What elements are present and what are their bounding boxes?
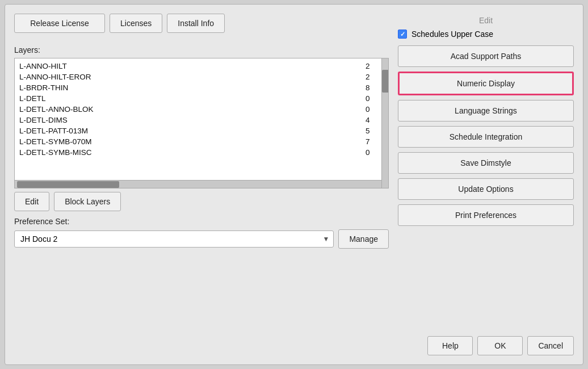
preference-set-row: JH Docu 2 Default Custom ▼ Manage bbox=[14, 229, 389, 249]
layer-name: L-DETL-DIMS bbox=[19, 116, 360, 124]
layer-name: L-DETL-SYMB-070M bbox=[19, 137, 360, 146]
layer-name: L-DETL-PATT-013M bbox=[19, 127, 360, 135]
layer-number: 2 bbox=[360, 62, 377, 70]
right-button-group: Acad Support Paths Numeric Display Langu… bbox=[398, 45, 574, 226]
print-preferences-button[interactable]: Print Preferences bbox=[398, 204, 574, 226]
table-row: L-DETL-ANNO-BLOK0 bbox=[15, 104, 381, 115]
help-button[interactable]: Help bbox=[427, 336, 473, 355]
preference-set-label: Preference Set: bbox=[14, 217, 389, 226]
acad-support-paths-button[interactable]: Acad Support Paths bbox=[398, 45, 574, 67]
layers-list: L-ANNO-HILT2L-ANNO-HILT-EROR2L-BRDR-THIN… bbox=[15, 58, 381, 188]
preference-set-section: Preference Set: JH Docu 2 Default Custom… bbox=[14, 217, 389, 249]
action-row: Help OK Cancel bbox=[14, 336, 574, 355]
layer-name: L-DETL bbox=[19, 94, 360, 103]
table-row: L-DETL-DIMS4 bbox=[15, 115, 381, 125]
vertical-scrollbar[interactable] bbox=[381, 58, 388, 188]
layer-number: 7 bbox=[360, 137, 377, 146]
layers-label: Layers: bbox=[14, 45, 389, 54]
layer-name: L-ANNO-HILT-EROR bbox=[19, 73, 360, 81]
layer-name: L-ANNO-HILT bbox=[19, 62, 360, 70]
language-strings-button[interactable]: Language Strings bbox=[398, 100, 574, 121]
preference-set-select[interactable]: JH Docu 2 Default Custom bbox=[14, 230, 334, 248]
cancel-button[interactable]: Cancel bbox=[527, 336, 574, 355]
block-layers-button[interactable]: Block Layers bbox=[54, 192, 121, 211]
table-row: L-ANNO-HILT-EROR2 bbox=[15, 72, 381, 82]
schedule-integration-button[interactable]: Schedule Integration bbox=[398, 126, 574, 148]
layer-name: L-DETL-SYMB-MISC bbox=[19, 148, 360, 157]
schedules-upper-case-row: Schedules Upper Case bbox=[398, 30, 574, 39]
table-row: L-BRDR-THIN8 bbox=[15, 82, 381, 93]
schedules-upper-case-checkbox[interactable] bbox=[398, 30, 407, 39]
release-license-button[interactable]: Release License bbox=[14, 14, 105, 33]
layer-number: 0 bbox=[360, 94, 377, 103]
update-options-button[interactable]: Update Options bbox=[398, 178, 574, 200]
horizontal-scrollbar[interactable] bbox=[15, 180, 381, 188]
layers-bottom-buttons: Edit Block Layers bbox=[14, 192, 389, 211]
layers-list-container[interactable]: L-ANNO-HILT2L-ANNO-HILT-EROR2L-BRDR-THIN… bbox=[14, 58, 389, 188]
ok-button[interactable]: OK bbox=[477, 336, 523, 355]
layer-number: 5 bbox=[360, 127, 377, 135]
layer-number: 2 bbox=[360, 73, 377, 81]
layer-number: 8 bbox=[360, 83, 377, 92]
manage-button[interactable]: Manage bbox=[338, 229, 389, 249]
table-row: L-ANNO-HILT2 bbox=[15, 61, 381, 72]
preference-set-select-wrapper: JH Docu 2 Default Custom ▼ bbox=[14, 230, 334, 248]
top-button-group: Release License Licenses Install Info bbox=[14, 14, 389, 33]
layer-number: 4 bbox=[360, 116, 377, 124]
edit-label: Edit bbox=[398, 14, 574, 27]
scrollbar-thumb bbox=[382, 70, 389, 93]
save-dimstyle-button[interactable]: Save Dimstyle bbox=[398, 152, 574, 174]
table-row: L-DETL-PATT-013M5 bbox=[15, 125, 381, 136]
layer-number: 0 bbox=[360, 105, 377, 114]
h-scrollbar-thumb bbox=[17, 181, 119, 188]
install-info-button[interactable]: Install Info bbox=[167, 14, 225, 33]
layer-name: L-BRDR-THIN bbox=[19, 83, 360, 92]
licenses-button[interactable]: Licenses bbox=[110, 14, 162, 33]
layers-section: Layers: L-ANNO-HILT2L-ANNO-HILT-EROR2L-B… bbox=[14, 45, 389, 211]
schedules-upper-case-label: Schedules Upper Case bbox=[411, 30, 493, 39]
table-row: L-DETL0 bbox=[15, 93, 381, 104]
numeric-display-button[interactable]: Numeric Display bbox=[398, 72, 574, 95]
table-row: L-DETL-SYMB-070M7 bbox=[15, 136, 381, 147]
edit-button[interactable]: Edit bbox=[14, 192, 49, 211]
main-dialog: Release License Licenses Install Info Ed… bbox=[5, 4, 583, 365]
table-row: L-DETL-SYMB-MISC0 bbox=[15, 147, 381, 158]
layer-name: L-DETL-ANNO-BLOK bbox=[19, 105, 360, 114]
layer-number: 0 bbox=[360, 148, 377, 157]
